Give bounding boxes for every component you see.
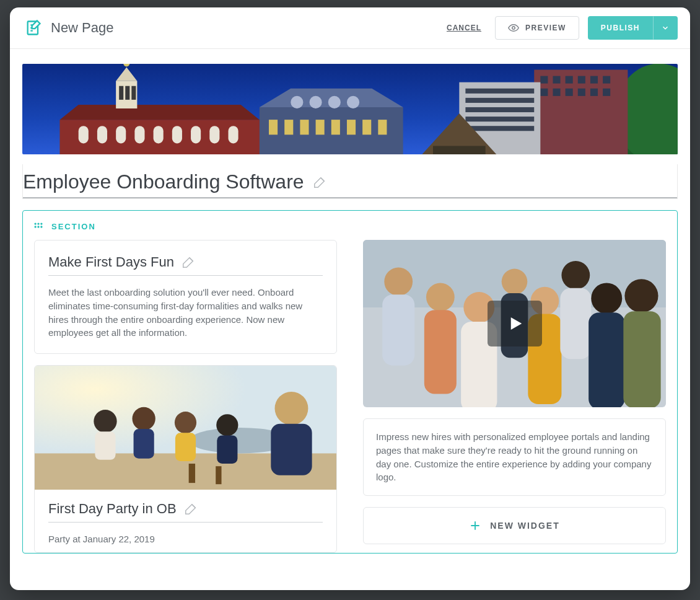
- card-title-row: First Day Party in OB: [48, 501, 323, 523]
- svg-rect-23: [465, 126, 534, 131]
- section-label: SECTION: [51, 222, 96, 231]
- edit-icon[interactable]: [184, 502, 198, 516]
- new-widget-label: NEW WIDGET: [490, 521, 560, 531]
- svg-rect-7: [553, 76, 560, 84]
- svg-rect-67: [95, 431, 115, 460]
- header-bar: New Page CANCEL PREVIEW PUBLISH: [10, 7, 690, 49]
- svg-point-82: [426, 283, 455, 311]
- new-widget-button[interactable]: NEW WIDGET: [363, 507, 666, 544]
- card-body: Party at January 22, 2019: [48, 532, 323, 546]
- svg-rect-55: [125, 86, 129, 100]
- svg-rect-56: [131, 86, 136, 100]
- svg-rect-22: [465, 117, 534, 121]
- drag-handle-icon[interactable]: [34, 223, 43, 231]
- card-body: Impress new hires with personalized empl…: [376, 430, 653, 484]
- svg-point-59: [40, 223, 42, 224]
- edit-icon[interactable]: [313, 175, 326, 189]
- svg-rect-39: [378, 120, 387, 135]
- svg-rect-10: [590, 76, 598, 84]
- svg-rect-50: [229, 126, 238, 143]
- svg-point-30: [328, 96, 341, 108]
- svg-rect-69: [134, 429, 154, 459]
- svg-rect-14: [566, 89, 573, 96]
- edit-icon[interactable]: [182, 255, 195, 269]
- svg-point-80: [384, 267, 413, 296]
- svg-point-68: [132, 407, 155, 430]
- svg-rect-21: [465, 107, 534, 112]
- svg-rect-13: [553, 89, 560, 96]
- video-widget-card[interactable]: [363, 240, 666, 407]
- svg-point-92: [591, 283, 622, 314]
- svg-rect-43: [97, 126, 107, 143]
- left-column: Make First Days Fun Meet the last onboar…: [34, 240, 337, 553]
- svg-rect-20: [465, 98, 534, 103]
- card-title: First Day Party in OB: [48, 501, 177, 517]
- svg-rect-71: [175, 433, 196, 461]
- page-icon: [25, 19, 42, 37]
- svg-rect-9: [578, 76, 585, 84]
- text-widget-card[interactable]: Make First Days Fun Meet the last onboar…: [34, 240, 337, 354]
- svg-point-58: [37, 223, 39, 224]
- cancel-link[interactable]: CANCEL: [447, 24, 481, 32]
- content-scroll[interactable]: Employee Onboarding Software SECTION: [10, 49, 690, 590]
- svg-point-57: [34, 223, 36, 224]
- svg-rect-37: [347, 120, 356, 135]
- svg-point-1: [512, 27, 515, 30]
- svg-rect-77: [216, 466, 221, 484]
- svg-rect-16: [590, 89, 598, 96]
- publish-button[interactable]: PUBLISH: [588, 16, 653, 40]
- section-container: SECTION Make First Days Fun Meet the las…: [22, 210, 678, 554]
- svg-marker-41: [59, 105, 259, 120]
- svg-rect-36: [331, 120, 340, 135]
- eye-icon: [508, 22, 519, 33]
- svg-rect-11: [603, 76, 610, 84]
- svg-rect-47: [172, 126, 182, 143]
- section-columns: Make First Days Fun Meet the last onboar…: [34, 240, 666, 553]
- svg-rect-91: [560, 288, 591, 359]
- svg-point-28: [291, 96, 303, 108]
- card-title: Make First Days Fun: [48, 254, 174, 270]
- preview-label: PREVIEW: [525, 24, 566, 32]
- svg-rect-44: [116, 126, 126, 143]
- header-title: New Page: [51, 20, 114, 36]
- play-button[interactable]: [488, 301, 542, 346]
- image-text-widget-card[interactable]: First Day Party in OB Party at January 2…: [34, 365, 337, 553]
- text-widget-card[interactable]: Impress new hires with personalized empl…: [363, 418, 666, 496]
- svg-rect-19: [465, 89, 534, 94]
- preview-button[interactable]: PREVIEW: [495, 16, 579, 40]
- svg-rect-25: [433, 146, 486, 154]
- svg-point-31: [347, 96, 359, 108]
- page-heading-row: Employee Onboarding Software: [23, 164, 677, 198]
- hero-image: [22, 64, 678, 154]
- svg-point-72: [216, 414, 238, 436]
- play-icon: [505, 314, 524, 333]
- svg-point-62: [40, 226, 42, 227]
- svg-rect-75: [271, 424, 312, 475]
- svg-point-60: [34, 226, 36, 227]
- svg-rect-42: [79, 126, 89, 143]
- publish-button-group: PUBLISH: [588, 16, 678, 40]
- section-header: SECTION: [34, 222, 666, 231]
- svg-rect-48: [191, 126, 201, 143]
- svg-rect-81: [382, 294, 414, 365]
- card-body: Meet the last onboarding solution you'll…: [48, 286, 323, 340]
- svg-point-94: [624, 279, 658, 312]
- svg-rect-46: [154, 126, 164, 143]
- svg-rect-34: [300, 120, 308, 135]
- hero-banner: [22, 64, 678, 154]
- svg-rect-15: [578, 89, 585, 96]
- card-title-row: Make First Days Fun: [48, 254, 323, 276]
- svg-point-70: [175, 412, 196, 433]
- svg-rect-17: [603, 89, 610, 96]
- svg-point-61: [37, 226, 39, 227]
- svg-rect-49: [209, 126, 219, 143]
- svg-rect-76: [189, 464, 195, 483]
- plus-icon: [469, 519, 481, 532]
- svg-point-74: [275, 392, 308, 425]
- page-heading-container: Employee Onboarding Software: [22, 164, 678, 199]
- publish-dropdown-button[interactable]: [653, 16, 678, 40]
- svg-point-66: [94, 410, 116, 433]
- svg-rect-12: [540, 89, 548, 96]
- svg-point-86: [502, 269, 528, 295]
- svg-rect-8: [566, 76, 573, 84]
